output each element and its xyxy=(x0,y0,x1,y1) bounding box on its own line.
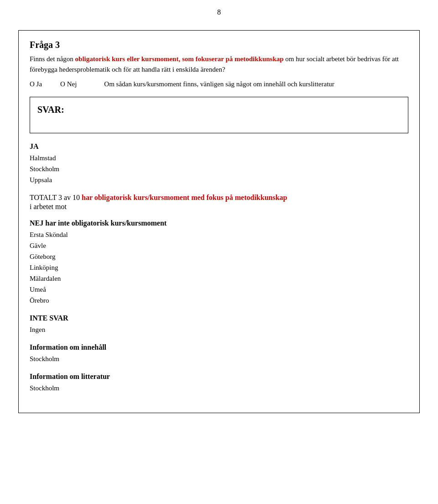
nej-heading: NEJ har inte obligatorisk kurs/kursmomen… xyxy=(30,219,408,227)
list-item: Mälardalen xyxy=(30,273,408,284)
list-item: Stockholm xyxy=(30,383,408,394)
totalt-line: TOTALT 3 av 10 har obligatorisk kurs/kur… xyxy=(30,194,408,202)
ja-section: JA Halmstad Stockholm Uppsala xyxy=(30,142,408,185)
page-number: 8 xyxy=(0,0,438,16)
totalt-part2-line: i arbetet mot xyxy=(30,203,408,211)
option-ja: O Ja xyxy=(30,79,42,89)
info-litteratur-section: Information om litteratur Stockholm xyxy=(30,373,408,394)
info-innehall-section: Information om innehåll Stockholm xyxy=(30,343,408,364)
nej-section: NEJ har inte obligatorisk kurs/kursmomen… xyxy=(30,219,408,306)
question-highlight: obligatorisk kurs eller kursmoment, som … xyxy=(75,55,284,63)
svar-label: SVAR: xyxy=(37,105,64,115)
question-box: Fråga 3 Finns det någon obligatorisk kur… xyxy=(18,30,420,413)
inte-svar-section: INTE SVAR Ingen xyxy=(30,314,408,335)
list-item: Ersta Sköndal xyxy=(30,229,408,240)
list-item: Gävle xyxy=(30,240,408,251)
list-item: Stockholm xyxy=(30,353,408,364)
list-item: Örebro xyxy=(30,295,408,306)
info-innehall-heading: Information om innehåll xyxy=(30,343,408,352)
list-item: Ingen xyxy=(30,324,408,335)
list-item: Göteborg xyxy=(30,251,408,262)
list-item: Stockholm xyxy=(30,163,408,174)
question-text: Finns det någon obligatorisk kurs eller … xyxy=(30,54,408,74)
totalt-section: TOTALT 3 av 10 har obligatorisk kurs/kur… xyxy=(30,194,408,211)
ja-heading: JA xyxy=(30,142,408,151)
option-text: Om sådan kurs/kursmoment finns, vänligen… xyxy=(104,79,334,89)
question-title: Fråga 3 xyxy=(30,40,408,50)
options-line: O Ja O Nej Om sådan kurs/kursmoment finn… xyxy=(30,79,408,89)
list-item: Halmstad xyxy=(30,152,408,163)
inte-svar-heading: INTE SVAR xyxy=(30,314,408,322)
totalt-part1: TOTALT 3 av 10 xyxy=(30,194,82,201)
info-litteratur-heading: Information om litteratur xyxy=(30,373,408,381)
totalt-highlight: har obligatorisk kurs/kursmoment med fok… xyxy=(82,194,287,201)
list-item: Linköping xyxy=(30,262,408,273)
option-nej: O Nej xyxy=(60,79,77,89)
answer-box: SVAR: xyxy=(30,97,408,133)
list-item: Umeå xyxy=(30,284,408,295)
question-text-part1: Finns det någon xyxy=(30,55,75,63)
list-item: Uppsala xyxy=(30,174,408,185)
